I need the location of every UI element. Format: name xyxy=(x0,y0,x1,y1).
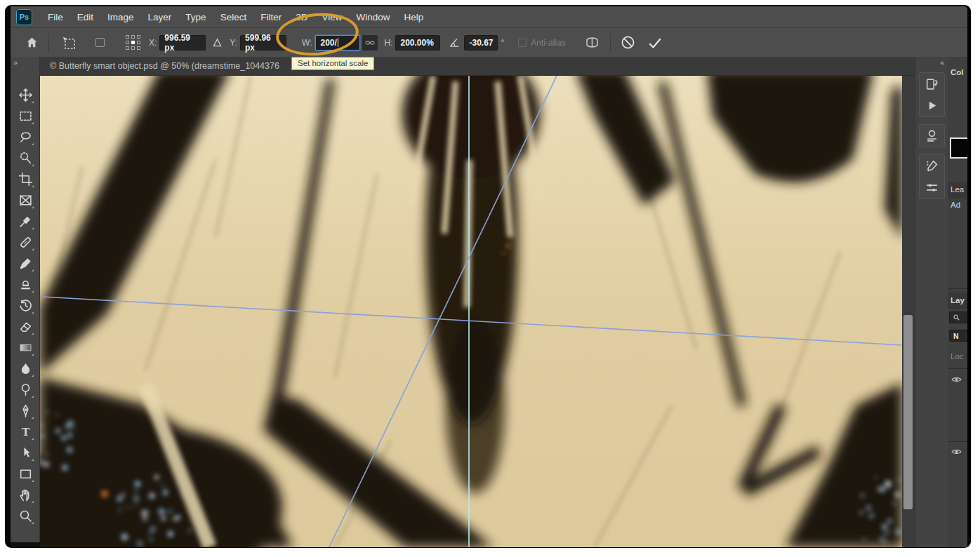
h-label: H: xyxy=(384,38,392,48)
y-position-field[interactable]: 599.96 px xyxy=(240,35,286,51)
hand-tool[interactable] xyxy=(15,485,35,504)
brush-tool[interactable] xyxy=(15,253,35,273)
height-scale-field[interactable]: 200.00% xyxy=(395,35,440,51)
anti-alias-label: Anti-alias xyxy=(531,38,565,48)
menu-items: FileEditImageLayerTypeSelectFilter3DView… xyxy=(41,8,430,26)
commit-transform-icon[interactable] xyxy=(647,34,663,51)
crop-tool[interactable] xyxy=(15,169,35,189)
right-panel-column: Col Lea Ad Lay N Loc xyxy=(948,57,967,547)
separator xyxy=(48,34,49,52)
x-label: X: xyxy=(149,38,157,48)
rectangle-tool[interactable] xyxy=(15,464,35,483)
relative-positioning-icon[interactable] xyxy=(211,36,223,48)
menu-file[interactable]: File xyxy=(41,8,70,26)
brush-settings-panel-icon[interactable] xyxy=(920,155,944,177)
menu-bar: Ps FileEditImageLayerTypeSelectFilter3DV… xyxy=(11,6,967,27)
menu-image[interactable]: Image xyxy=(100,8,141,26)
svg-text:T: T xyxy=(21,425,29,438)
menu-type[interactable]: Type xyxy=(178,8,213,26)
dock-group xyxy=(919,154,945,199)
document-tab-strip: © Butterfly smart object.psd @ 50% (drea… xyxy=(40,57,915,76)
gradient-tool[interactable] xyxy=(15,337,35,357)
y-label: Y: xyxy=(230,38,237,48)
maintain-aspect-ratio-button[interactable] xyxy=(362,35,378,51)
warp-mode-icon[interactable] xyxy=(584,34,600,51)
text-caret xyxy=(338,38,338,47)
menu-layer[interactable]: Layer xyxy=(141,8,179,26)
move-tool[interactable] xyxy=(15,85,35,105)
history-brush-tool[interactable] xyxy=(15,295,35,315)
actions-panel-icon[interactable] xyxy=(920,95,944,116)
panel-icon-dock: « xyxy=(915,57,948,547)
rectangular-marquee-tool[interactable] xyxy=(15,106,35,126)
type-tool[interactable]: T xyxy=(15,422,35,441)
clone-stamp-tool[interactable] xyxy=(15,274,35,294)
menu-filter[interactable]: Filter xyxy=(253,8,289,26)
foreground-color-swatch[interactable] xyxy=(950,137,967,159)
blend-mode-select[interactable]: N xyxy=(949,330,967,342)
anti-alias-checkbox[interactable] xyxy=(518,39,527,47)
menu-view[interactable]: View xyxy=(314,8,349,26)
search-icon xyxy=(953,314,960,321)
reference-point-locator[interactable] xyxy=(126,35,140,50)
separator xyxy=(610,34,611,52)
layer-visibility-eye-icon[interactable] xyxy=(951,375,962,387)
menu-edit[interactable]: Edit xyxy=(70,8,100,26)
tool-presets-panel-icon[interactable] xyxy=(920,177,944,199)
rotation-angle-icon xyxy=(448,36,461,49)
toggle-reference-point-checkbox[interactable] xyxy=(95,38,105,47)
x-position-field[interactable]: 996.59 px xyxy=(159,35,206,51)
history-panel-icon[interactable] xyxy=(920,73,944,95)
home-icon[interactable] xyxy=(25,36,39,49)
lasso-tool[interactable] xyxy=(15,127,35,147)
menu-help[interactable]: Help xyxy=(397,8,430,26)
layer-visibility-eye-icon[interactable] xyxy=(951,447,962,459)
eraser-tool[interactable] xyxy=(15,316,35,336)
blur-tool[interactable] xyxy=(15,358,35,378)
dodge-tool[interactable] xyxy=(15,380,35,399)
frame-bottom-edge xyxy=(11,542,40,547)
cancel-transform-icon[interactable] xyxy=(620,34,636,51)
dock-group xyxy=(919,72,945,117)
w-label: W: xyxy=(302,38,312,48)
eyedropper-tool[interactable] xyxy=(15,211,35,231)
quick-selection-tool[interactable] xyxy=(15,148,35,168)
butterfly-image xyxy=(40,76,902,547)
document-tab[interactable]: © Butterfly smart object.psd @ 50% (drea… xyxy=(50,61,279,71)
tooltip: Set horizontal scale xyxy=(291,57,374,70)
pen-tool[interactable] xyxy=(15,401,35,420)
tools-panel: » T xyxy=(11,57,40,542)
zoom-tool[interactable] xyxy=(15,506,35,525)
canvas[interactable] xyxy=(40,76,902,547)
width-scale-field[interactable]: 200/ xyxy=(315,35,360,51)
transform-options-bar: X: 996.59 px Y: 599.96 px W: 200/ H: 200… xyxy=(11,27,967,57)
libraries-panel-icon[interactable] xyxy=(920,125,944,147)
menu-select[interactable]: Select xyxy=(213,8,254,26)
transform-tool-icon xyxy=(61,35,77,51)
lock-label: Loc xyxy=(951,352,964,361)
photoshop-logo-icon[interactable]: Ps xyxy=(16,9,32,25)
scrollbar-thumb[interactable] xyxy=(903,315,913,509)
collapse-panels-icon[interactable]: « xyxy=(940,58,943,67)
healing-brush-tool[interactable] xyxy=(15,232,35,252)
photoshop-screenshot: Ps FileEditImageLayerTypeSelectFilter3DV… xyxy=(0,0,980,557)
learn-panel-title[interactable]: Lea xyxy=(951,185,964,194)
menu-window[interactable]: Window xyxy=(349,8,397,26)
degree-symbol: ° xyxy=(501,38,504,48)
layers-panel-title[interactable]: Lay xyxy=(951,296,965,304)
rotation-angle-field[interactable]: -30.67 xyxy=(464,35,498,51)
color-panel-title[interactable]: Col xyxy=(951,68,964,76)
photoshop-window: Ps FileEditImageLayerTypeSelectFilter3DV… xyxy=(11,6,967,547)
frame-tool[interactable] xyxy=(15,190,35,210)
expand-tools-icon[interactable]: » xyxy=(13,58,17,67)
path-selection-tool[interactable] xyxy=(15,443,35,462)
canvas-vertical-scrollbar[interactable] xyxy=(902,76,915,547)
layers-search-field[interactable] xyxy=(949,311,967,323)
adjustments-panel-title[interactable]: Ad xyxy=(951,201,960,209)
workspace: » T © Butterfly smart object.psd @ 50% (… xyxy=(11,57,967,547)
dock-group xyxy=(919,124,945,147)
menu-3d[interactable]: 3D xyxy=(289,8,314,26)
